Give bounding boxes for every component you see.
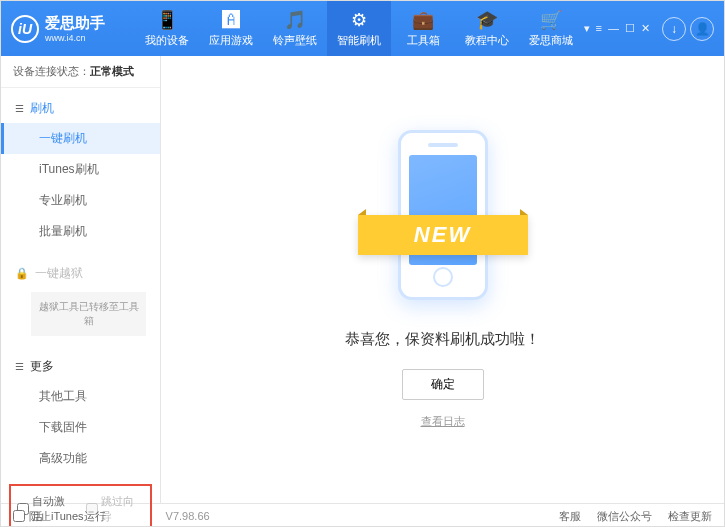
block-itunes-checkbox[interactable]: 阻止iTunes运行 xyxy=(13,509,106,524)
nav-tab-4[interactable]: 💼工具箱 xyxy=(391,1,455,56)
sidebar-item-flash-1[interactable]: iTunes刷机 xyxy=(1,154,160,185)
footer-link-wechat[interactable]: 微信公众号 xyxy=(597,509,652,524)
chevron-down-icon: ☰ xyxy=(15,103,24,114)
nav-icon: 🛒 xyxy=(540,9,562,31)
user-button[interactable]: 👤 xyxy=(690,17,714,41)
logo: iU 爱思助手 www.i4.cn xyxy=(11,14,105,43)
app-title: 爱思助手 xyxy=(45,14,105,33)
nav-label: 爱思商城 xyxy=(529,33,573,48)
nav-icon: ⚙ xyxy=(351,9,367,31)
settings-icon[interactable]: ≡ xyxy=(596,22,602,35)
close-icon[interactable]: ✕ xyxy=(641,22,650,35)
section-jailbreak: 🔒 一键越狱 xyxy=(1,259,160,288)
nav-tabs: 📱我的设备🅰应用游戏🎵铃声壁纸⚙智能刷机💼工具箱🎓教程中心🛒爱思商城 xyxy=(135,1,584,56)
sidebar-item-flash-3[interactable]: 批量刷机 xyxy=(1,216,160,247)
section-flash[interactable]: ☰ 刷机 xyxy=(1,94,160,123)
sidebar: 设备连接状态：正常模式 ☰ 刷机 一键刷机iTunes刷机专业刷机批量刷机 🔒 … xyxy=(1,56,161,503)
version-label: V7.98.66 xyxy=(166,510,210,522)
download-button[interactable]: ↓ xyxy=(662,17,686,41)
nav-icon: 💼 xyxy=(412,9,434,31)
nav-label: 教程中心 xyxy=(465,33,509,48)
window-controls: ▾ ≡ — ☐ ✕ xyxy=(584,22,650,35)
nav-label: 智能刷机 xyxy=(337,33,381,48)
connection-status: 设备连接状态：正常模式 xyxy=(1,56,160,88)
footer-link-support[interactable]: 客服 xyxy=(559,509,581,524)
nav-icon: 🎓 xyxy=(476,9,498,31)
maximize-icon[interactable]: ☐ xyxy=(625,22,635,35)
success-message: 恭喜您，保资料刷机成功啦！ xyxy=(345,330,540,349)
sidebar-item-flash-2[interactable]: 专业刷机 xyxy=(1,185,160,216)
view-log-link[interactable]: 查看日志 xyxy=(421,414,465,429)
minimize-icon[interactable]: — xyxy=(608,22,619,35)
sidebar-item-more-0[interactable]: 其他工具 xyxy=(1,381,160,412)
nav-label: 我的设备 xyxy=(145,33,189,48)
section-more[interactable]: ☰ 更多 xyxy=(1,352,160,381)
nav-tab-0[interactable]: 📱我的设备 xyxy=(135,1,199,56)
nav-tab-6[interactable]: 🛒爱思商城 xyxy=(519,1,583,56)
nav-tab-3[interactable]: ⚙智能刷机 xyxy=(327,1,391,56)
nav-label: 工具箱 xyxy=(407,33,440,48)
app-header: iU 爱思助手 www.i4.cn 📱我的设备🅰应用游戏🎵铃声壁纸⚙智能刷机💼工… xyxy=(1,1,724,56)
chevron-down-icon: ☰ xyxy=(15,361,24,372)
nav-label: 铃声壁纸 xyxy=(273,33,317,48)
nav-tab-5[interactable]: 🎓教程中心 xyxy=(455,1,519,56)
sidebar-item-more-2[interactable]: 高级功能 xyxy=(1,443,160,474)
logo-icon: iU xyxy=(11,15,39,43)
new-ribbon: NEW xyxy=(358,215,528,255)
menu-icon[interactable]: ▾ xyxy=(584,22,590,35)
sidebar-item-more-1[interactable]: 下载固件 xyxy=(1,412,160,443)
nav-icon: 🅰 xyxy=(222,10,240,31)
nav-tab-2[interactable]: 🎵铃声壁纸 xyxy=(263,1,327,56)
sidebar-item-flash-0[interactable]: 一键刷机 xyxy=(1,123,160,154)
nav-icon: 📱 xyxy=(156,9,178,31)
nav-icon: 🎵 xyxy=(284,9,306,31)
footer-link-update[interactable]: 检查更新 xyxy=(668,509,712,524)
nav-label: 应用游戏 xyxy=(209,33,253,48)
app-url: www.i4.cn xyxy=(45,33,105,43)
main-content: NEW 恭喜您，保资料刷机成功啦！ 确定 查看日志 xyxy=(161,56,724,503)
lock-icon: 🔒 xyxy=(15,267,29,280)
ok-button[interactable]: 确定 xyxy=(402,369,484,400)
phone-illustration: NEW xyxy=(363,130,523,310)
nav-tab-1[interactable]: 🅰应用游戏 xyxy=(199,1,263,56)
jailbreak-note: 越狱工具已转移至工具箱 xyxy=(31,292,146,336)
